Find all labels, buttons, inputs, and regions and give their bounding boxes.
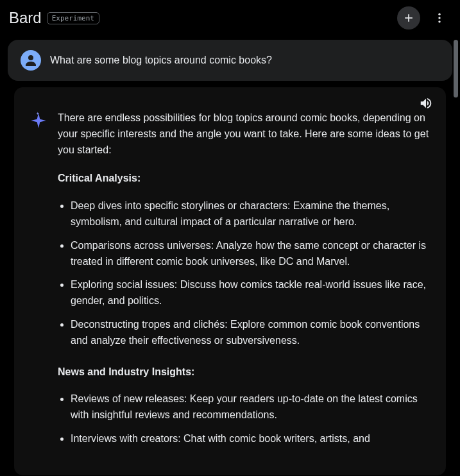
plus-icon — [402, 12, 415, 24]
scrollbar-thumb[interactable] — [454, 40, 458, 98]
response-body: There are endless possibilities for blog… — [30, 110, 430, 463]
list-item: Reviews of new releases: Keep your reade… — [71, 391, 430, 423]
section-list: Reviews of new releases: Keep your reade… — [58, 391, 430, 446]
header-right — [397, 6, 451, 30]
section-list: Deep dives into specific storylines or c… — [58, 198, 430, 348]
user-message-text: What are some blog topics around comic b… — [50, 55, 272, 66]
more-menu-button[interactable] — [428, 6, 451, 30]
app-header: Bard Experiment — [0, 0, 460, 36]
header-left: Bard Experiment — [9, 9, 99, 27]
list-item: Comparisons across universes: Analyze ho… — [71, 238, 430, 270]
more-vert-icon — [433, 12, 446, 24]
new-chat-button[interactable] — [397, 6, 420, 30]
user-avatar — [21, 50, 41, 71]
response-card: There are endless possibilities for blog… — [14, 87, 446, 475]
list-item: Exploring social issues: Discuss how com… — [71, 277, 430, 309]
brand-name: Bard — [9, 9, 42, 27]
response-content: There are endless possibilities for blog… — [58, 110, 430, 463]
list-item: Deconstructing tropes and clichés: Explo… — [71, 317, 430, 349]
person-icon — [23, 53, 38, 68]
section-heading: Critical Analysis: — [58, 171, 430, 187]
section-heading: News and Industry Insights: — [58, 364, 430, 380]
list-item: Deep dives into specific storylines or c… — [71, 198, 430, 230]
svg-point-4 — [438, 21, 440, 22]
read-aloud-button[interactable] — [419, 96, 433, 113]
experiment-badge: Experiment — [47, 12, 99, 24]
svg-point-3 — [438, 17, 440, 19]
bard-spark-icon — [30, 112, 47, 130]
svg-point-2 — [438, 13, 440, 15]
volume-icon — [419, 96, 433, 110]
user-message: What are some blog topics around comic b… — [8, 40, 452, 81]
list-item: Interviews with creators: Chat with comi… — [71, 431, 430, 447]
response-intro: There are endless possibilities for blog… — [58, 110, 430, 158]
svg-point-5 — [28, 55, 33, 60]
chat-area: What are some blog topics around comic b… — [0, 36, 460, 476]
